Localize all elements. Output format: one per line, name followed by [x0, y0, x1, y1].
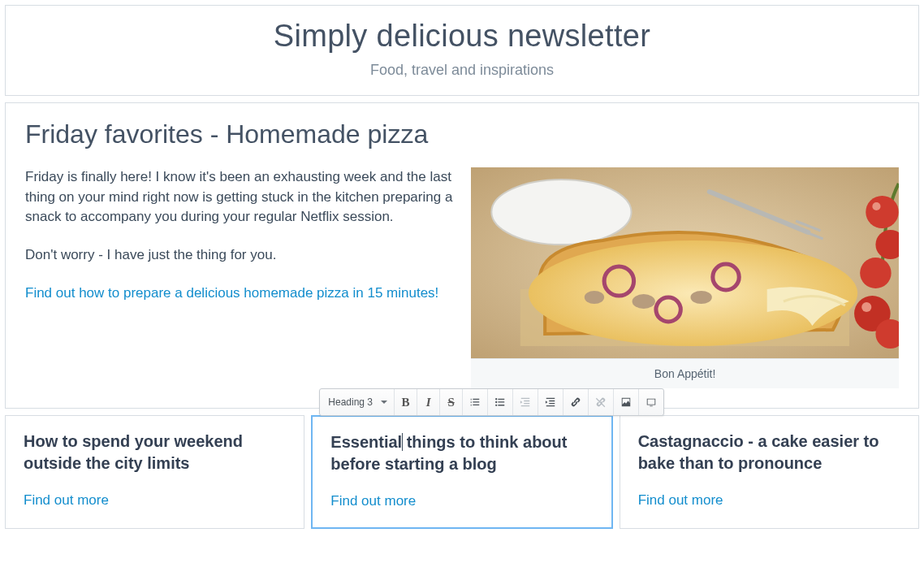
bold-icon: B [402, 396, 410, 409]
article-figure: Bon Appétit! [471, 167, 899, 388]
pizza-image[interactable] [471, 167, 899, 358]
editor-toolbar: Heading 3 B I S [319, 388, 664, 416]
svg-point-18 [861, 302, 871, 312]
heading-dropdown-label: Heading 3 [328, 396, 373, 408]
image-caption[interactable]: Bon Appétit! [471, 358, 899, 388]
article-text-column[interactable]: Friday is finally here! I know it's been… [25, 167, 453, 388]
svg-point-13 [866, 196, 899, 228]
svg-point-10 [633, 294, 655, 309]
text-caret [402, 433, 403, 451]
card-2-active[interactable]: Heading 3 B I S [311, 415, 612, 529]
strikethrough-icon: S [447, 396, 454, 409]
italic-icon: I [426, 396, 431, 409]
card-link[interactable]: Find out more [24, 492, 109, 508]
indent-button[interactable] [538, 389, 563, 415]
site-title[interactable]: Simply delicious newsletter [6, 19, 918, 54]
svg-point-20 [495, 398, 497, 400]
link-button[interactable] [563, 389, 589, 415]
unlink-button[interactable] [589, 389, 614, 415]
unlink-icon [595, 396, 607, 408]
card-link[interactable]: Find out more [638, 492, 723, 508]
svg-point-22 [495, 405, 497, 406]
outdent-icon [520, 396, 531, 408]
svg-point-16 [860, 258, 891, 288]
outdent-button[interactable] [513, 389, 538, 415]
bulleted-list-icon [494, 396, 506, 408]
svg-point-21 [495, 401, 497, 403]
caret-down-icon [381, 401, 387, 404]
heading-dropdown[interactable]: Heading 3 [320, 389, 395, 415]
svg-point-12 [691, 291, 712, 304]
card-link[interactable]: Find out more [330, 493, 416, 509]
svg-point-14 [873, 202, 881, 210]
bulleted-list-button[interactable] [488, 389, 513, 415]
italic-button[interactable]: I [417, 389, 440, 415]
card-title[interactable]: Castagnaccio - a cake easier to bake tha… [638, 431, 900, 474]
link-icon [570, 396, 581, 408]
header-panel: Simply delicious newsletter Food, travel… [5, 5, 919, 96]
article-paragraph-2[interactable]: Don't worry - I have just the thing for … [25, 245, 453, 266]
card-title[interactable]: Essential things to think about before s… [330, 431, 593, 475]
image-button[interactable] [614, 389, 639, 415]
embed-icon [646, 396, 657, 408]
svg-point-2 [492, 180, 632, 245]
article-body: Friday is finally here! I know it's been… [25, 167, 899, 388]
numbered-list-button[interactable] [463, 389, 488, 415]
strikethrough-button[interactable]: S [440, 389, 463, 415]
numbered-list-icon [469, 396, 481, 408]
card-title[interactable]: How to spend your weekend outside the ci… [24, 431, 286, 474]
card-1[interactable]: How to spend your weekend outside the ci… [5, 415, 304, 529]
embed-button[interactable] [639, 389, 663, 415]
article-title[interactable]: Friday favorites - Homemade pizza [25, 119, 899, 149]
card-row: How to spend your weekend outside the ci… [5, 415, 919, 529]
article-cta-link[interactable]: Find out how to prepare a delicious home… [25, 285, 438, 301]
site-subtitle[interactable]: Food, travel and inspirations [6, 62, 918, 79]
indent-icon [545, 396, 556, 408]
svg-point-11 [585, 291, 604, 304]
article-paragraph-1[interactable]: Friday is finally here! I know it's been… [25, 167, 453, 227]
image-icon [620, 396, 632, 408]
article-panel: Friday favorites - Homemade pizza Friday… [5, 102, 919, 409]
card-3[interactable]: Castagnaccio - a cake easier to bake tha… [620, 415, 919, 529]
bold-button[interactable]: B [395, 389, 417, 415]
